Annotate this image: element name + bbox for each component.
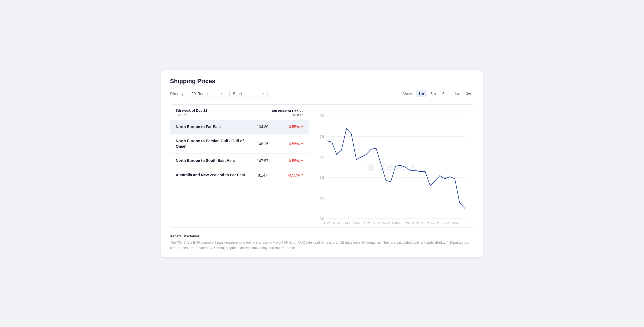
svg-text:135: 135: [320, 196, 324, 200]
svg-text:13 Dec: 13 Dec: [372, 221, 380, 224]
main-card: Shipping Prices Filter by: 20' Reefer ▾ …: [161, 70, 483, 257]
filter-bar: Filter by: 20' Reefer ▾ Short ▾ Show: 1m…: [170, 90, 474, 98]
time-btn-6m[interactable]: 6m: [440, 90, 450, 97]
svg-text:21 Dec: 21 Dec: [411, 221, 419, 224]
svg-text:27 Dec: 27 Dec: [441, 221, 449, 224]
table-header: 5th week of Dec 22 EUR/MT 4th week of De…: [170, 105, 309, 120]
svg-text:19 Dec: 19 Dec: [402, 221, 409, 224]
svg-text:139: 139: [320, 114, 324, 117]
down-arrow-icon: ▼: [301, 125, 303, 128]
prev-week-label: 4th week of Dec 22: [272, 109, 303, 113]
down-arrow-icon: ▼: [301, 159, 303, 162]
svg-text:23 Dec: 23 Dec: [421, 221, 429, 224]
route-change: -0.55% ▼: [276, 173, 303, 177]
route-change: -0.55% ▼: [276, 142, 303, 146]
route-value: 147.57: [249, 159, 276, 163]
time-range-buttons: 1m 3m 6m 1yr 3yr: [416, 90, 474, 97]
svg-text:7 Dec: 7 Dec: [343, 221, 350, 224]
route-name: North Europe to Persian Gulf / Gulf of O…: [176, 138, 249, 149]
route-name: North Europe to Far East: [176, 124, 249, 130]
chart-area: ⊕ Xeneta 139 138 137 136: [316, 110, 467, 225]
wow-label: WOW: [292, 113, 301, 117]
disclaimer-title: Xeneta Disclamer: [170, 234, 474, 238]
route-value: 148.26: [249, 142, 276, 146]
svg-text:25 Dec: 25 Dec: [431, 221, 439, 224]
svg-text:3 Dec: 3 Dec: [323, 221, 330, 224]
currency-label: EUR/MT: [176, 113, 249, 117]
time-btn-1yr[interactable]: 1yr: [451, 90, 462, 97]
container-filter-value: 20' Reefer: [192, 92, 209, 96]
down-arrow-icon: ▼: [301, 174, 303, 177]
svg-text:17 Dec: 17 Dec: [391, 221, 399, 224]
svg-text:5 Dec: 5 Dec: [333, 221, 340, 224]
container-filter-select[interactable]: 20' Reefer ▾: [188, 90, 226, 98]
table-row[interactable]: North Europe to South East Asia 147.57 -…: [170, 154, 309, 168]
chevron-down-icon: ▾: [221, 92, 223, 95]
table-rows: North Europe to Far East 134.80 -0.55% ▼…: [170, 120, 309, 182]
svg-text:15 Dec: 15 Dec: [382, 221, 390, 224]
svg-text:138: 138: [320, 134, 324, 138]
down-arrow-icon: ▼: [301, 142, 303, 145]
route-change: -0.55% ▼: [276, 125, 303, 129]
chevron-down-icon: ▾: [262, 92, 264, 95]
table-panel: 5th week of Dec 22 EUR/MT 4th week of De…: [170, 105, 309, 227]
route-name: North Europe to South East Asia: [176, 158, 249, 164]
main-content: 5th week of Dec 22 EUR/MT 4th week of De…: [170, 104, 474, 228]
wow-selector[interactable]: WOW ▾: [292, 113, 303, 117]
svg-text:137: 137: [320, 155, 324, 159]
route-value: 81.47: [249, 173, 276, 177]
svg-text:31 ...: 31 ...: [462, 221, 467, 224]
route-value: 134.80: [249, 125, 276, 129]
route-name: Australia and New Zealand to Far East: [176, 172, 249, 178]
time-btn-1m[interactable]: 1m: [416, 90, 427, 97]
time-btn-3m[interactable]: 3m: [428, 90, 438, 97]
svg-text:136: 136: [320, 175, 324, 179]
disclaimer-section: Xeneta Disclamer The XSI-C is a BMR comp…: [170, 233, 474, 251]
svg-text:29 Dec: 29 Dec: [451, 221, 459, 224]
chart-svg: 139 138 137 136 135 134 3 Dec 5 Dec 7 D: [316, 110, 467, 225]
col-route-header: 5th week of Dec 22 EUR/MT: [176, 108, 249, 117]
term-filter-select[interactable]: Short ▾: [229, 90, 268, 98]
page-title: Shipping Prices: [170, 78, 474, 85]
table-row[interactable]: North Europe to Far East 134.80 -0.55% ▼: [170, 120, 309, 134]
svg-text:9 Dec: 9 Dec: [353, 221, 360, 224]
route-change: -0.55% ▼: [276, 159, 303, 163]
time-btn-3yr[interactable]: 3yr: [463, 90, 474, 97]
chevron-down-icon: ▾: [302, 113, 303, 116]
filter-label: Filter by:: [170, 92, 185, 96]
table-row[interactable]: North Europe to Persian Gulf / Gulf of O…: [170, 134, 309, 154]
svg-text:11 Dec: 11 Dec: [362, 221, 370, 224]
disclaimer-text: The XSI-C is a BMR compliant index repre…: [170, 240, 474, 251]
term-filter-value: Short: [233, 92, 242, 96]
svg-text:134: 134: [320, 217, 324, 220]
chart-panel: ⊕ Xeneta 139 138 137 136: [309, 105, 474, 227]
current-week-label: 5th week of Dec 22: [176, 108, 249, 113]
show-label: Show:: [402, 92, 413, 96]
table-row[interactable]: Australia and New Zealand to Far East 81…: [170, 168, 309, 182]
